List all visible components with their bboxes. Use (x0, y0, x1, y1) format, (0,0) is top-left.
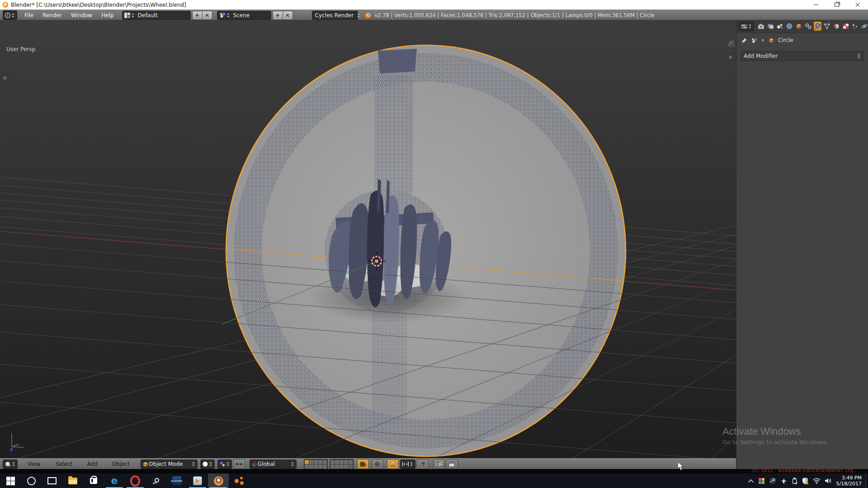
menu-render[interactable]: Render (38, 12, 66, 19)
screen-layout-value: Default (135, 12, 160, 19)
layers-grid-1[interactable] (304, 459, 328, 469)
scene-value: Scene (231, 12, 253, 19)
mode-selector[interactable]: Object Mode (141, 460, 198, 469)
delete-layout-button[interactable]: ✕ (203, 11, 212, 20)
tab-render-layers[interactable] (767, 22, 775, 31)
tray-defender-icon[interactable] (802, 477, 809, 484)
scene-crumb-icon[interactable] (751, 38, 758, 43)
menu-select[interactable]: Select (51, 461, 77, 467)
window-titlebar[interactable]: Blender* [C:\Users\btkee\Desktop\Blender… (0, 0, 868, 9)
blender-taskbar-button[interactable] (208, 474, 229, 488)
tray-chevron-icon[interactable] (748, 479, 754, 483)
tab-material[interactable] (832, 22, 840, 31)
updown-arrows-icon (409, 461, 414, 467)
opengl-render-button[interactable] (433, 459, 445, 469)
tray-app-icon[interactable] (758, 478, 765, 484)
add-modifier-label: Add Modifier (744, 53, 778, 59)
expand-region-button-left[interactable]: + (1, 74, 9, 82)
tab-world[interactable] (785, 22, 793, 31)
expand-region-button-right[interactable]: + (726, 53, 734, 61)
scene-selector[interactable]: Scene (217, 11, 271, 20)
editor-type-selector-properties[interactable] (739, 22, 754, 31)
orange-dots-app-button[interactable] (229, 474, 250, 488)
wheel-object (226, 45, 626, 456)
layers-grid-2[interactable] (330, 459, 354, 469)
windows-store-button[interactable] (83, 474, 104, 488)
editor-type-selector-info[interactable] (3, 10, 17, 20)
snap-target-selector[interactable] (417, 459, 429, 469)
show-desktop-button[interactable] (865, 474, 868, 488)
menu-help[interactable]: Help (97, 12, 118, 19)
add-modifier-dropdown[interactable]: Add Modifier (741, 51, 864, 61)
cortana-button[interactable] (21, 474, 42, 488)
window-title: Blender* [C:\Users\btkee\Desktop\Blender… (11, 2, 186, 8)
properties-tab-bar (736, 20, 868, 33)
editor-type-selector-3dview[interactable] (3, 460, 18, 469)
menu-window[interactable]: Window (66, 12, 97, 19)
tab-physics[interactable] (860, 22, 868, 31)
render-engine-selector[interactable]: Cycles Render (312, 11, 358, 20)
viewport-3d[interactable]: User Persp (0) Circle z y x + + (0, 20, 736, 458)
windows-logo-icon (6, 477, 15, 485)
tab-object[interactable] (795, 22, 803, 31)
viewport-shading-selector[interactable] (200, 460, 215, 469)
tab-constraints[interactable] (804, 22, 812, 31)
tab-object-data[interactable] (823, 22, 831, 31)
snap-toggle[interactable] (387, 459, 399, 469)
render-camera-icon (758, 23, 765, 29)
scene-lock-toggle[interactable] (357, 459, 369, 469)
steam-button[interactable] (146, 474, 166, 488)
material-icon (833, 23, 840, 29)
blizzard-button[interactable]: BLIZZARD (166, 474, 187, 488)
tab-particles[interactable] (851, 22, 859, 31)
minimize-button[interactable] (806, 0, 826, 9)
menu-view[interactable]: View (23, 461, 45, 467)
constraints-chain-icon (805, 23, 812, 29)
file-explorer-button[interactable] (62, 474, 83, 488)
opera-button[interactable] (125, 474, 146, 488)
manipulator-toggle[interactable] (233, 459, 245, 469)
edge-button[interactable]: e (104, 474, 125, 488)
menu-object[interactable]: Object (108, 461, 134, 467)
restore-button[interactable] (826, 0, 847, 9)
orange-dots-icon (235, 476, 244, 485)
screen-layout-selector[interactable]: Default (122, 11, 191, 20)
object-crumb-cube-icon[interactable] (768, 38, 775, 43)
add-layout-button[interactable]: + (192, 11, 203, 20)
delete-scene-button[interactable]: ✕ (283, 11, 293, 20)
tab-texture[interactable] (842, 22, 850, 31)
mode-value: Object Mode (149, 461, 191, 467)
tray-wifi-icon[interactable] (813, 478, 821, 484)
pivot-point-selector[interactable] (217, 460, 232, 469)
translate-manipulator-icon (236, 461, 243, 467)
media-player-button[interactable] (187, 474, 208, 488)
menu-file[interactable]: File (20, 12, 38, 19)
tray-volume-icon[interactable] (825, 478, 832, 484)
task-view-button[interactable] (42, 474, 62, 488)
tray-airplane-icon[interactable] (780, 478, 788, 484)
taskbar-clock[interactable]: 3:49 PM 5/18/2017 (836, 475, 865, 487)
restore-icon (835, 3, 839, 7)
tab-render[interactable] (757, 22, 765, 31)
snap-element-selector[interactable] (400, 460, 415, 469)
area-corner-grip[interactable] (728, 41, 735, 47)
tab-modifiers[interactable] (814, 22, 822, 31)
info-icon (5, 12, 11, 19)
tray-usb-icon[interactable] (792, 477, 797, 484)
close-button[interactable] (847, 0, 868, 9)
object-mode-cube-icon (142, 461, 149, 467)
updown-arrows-icon (356, 12, 361, 19)
add-scene-button[interactable]: + (273, 11, 283, 20)
tab-scene[interactable] (776, 22, 784, 31)
start-button[interactable] (0, 474, 21, 488)
menu-add[interactable]: Add (83, 461, 102, 467)
proportional-edit-toggle[interactable] (372, 459, 383, 469)
properties-panel: Circle Add Modifier (736, 20, 868, 469)
pin-icon[interactable] (741, 37, 748, 44)
close-icon (855, 3, 860, 7)
transform-orientation-selector[interactable]: Global (250, 460, 297, 469)
opengl-render-anim-button[interactable] (446, 459, 458, 469)
render-engine-value: Cycles Render (312, 12, 357, 19)
desktop-wallpaper-strip: (C) 2013 - BUGBEAR ENTERTAINMENT LTD. (0, 469, 868, 474)
tray-steam-icon[interactable] (769, 477, 776, 484)
